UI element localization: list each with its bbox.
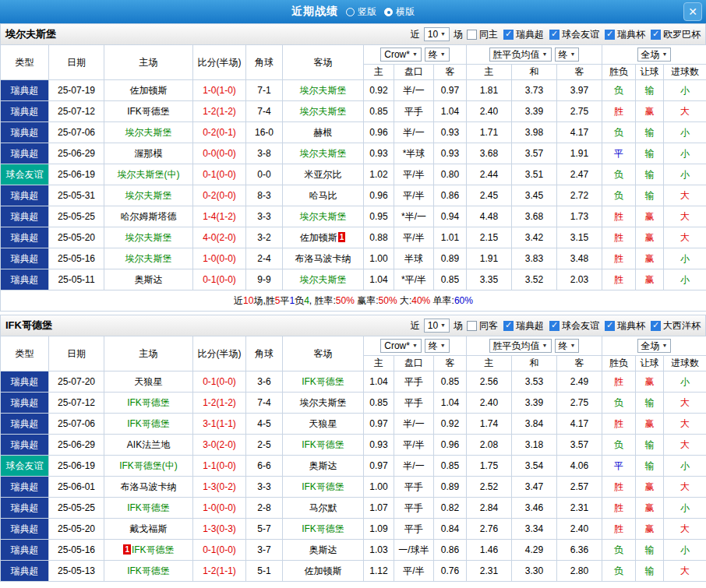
asia-handicap: 平手 <box>394 519 434 540</box>
team-name-text: 戴戈福斯 <box>130 523 168 534</box>
score: 0-1(0-0) <box>193 269 246 290</box>
home-team: 渥那模 <box>104 143 193 164</box>
asia-away-odds: 0.97 <box>434 80 467 101</box>
score: 1-0(0-0) <box>193 248 246 269</box>
games-label: 场 <box>454 28 463 41</box>
home-team: IFK哥德堡(中) <box>104 456 193 477</box>
checkbox-icon <box>605 30 615 40</box>
team-name-text: IFK哥德堡 <box>127 397 170 408</box>
europe-draw-odds: 3.45 <box>512 185 557 206</box>
europe-home-odds: 2.56 <box>467 371 512 393</box>
result-handicap: 输 <box>636 122 664 143</box>
games-label: 场 <box>454 319 463 333</box>
league-type: 瑞典超 <box>1 371 49 393</box>
dropdown-arrow-icon: ▼ <box>570 340 576 351</box>
asia-handicap: *半球 <box>394 143 434 164</box>
europe-home-odds: 2.45 <box>467 185 512 206</box>
match-row: 瑞典超 25-07-12 IFK哥德堡 1-2(1-2) 7-4 埃尔夫斯堡 0… <box>1 393 706 414</box>
away-team: 奥斯达 <box>283 540 364 561</box>
europe-time-select[interactable]: 终 ▼ <box>555 48 580 62</box>
asia-time-select[interactable]: 终 ▼ <box>425 48 450 62</box>
home-team: IFK哥德堡 <box>104 101 193 122</box>
europe-away-odds: 2.75 <box>557 101 602 122</box>
score: 1-4(1-2) <box>193 206 246 227</box>
result-handicap: 赢 <box>636 498 664 519</box>
europe-draw-odds: 3.57 <box>512 143 557 164</box>
result-group-header: 全场 ▼ <box>602 45 706 65</box>
result-outcome: 胜 <box>602 248 636 269</box>
filter-checkbox[interactable]: 欧罗巴杯 <box>651 28 701 41</box>
filter-checkbox[interactable]: 同客 <box>467 319 498 333</box>
result-goals: 小 <box>664 269 706 290</box>
corner-score: 3-2 <box>246 227 283 248</box>
titlebar-center: 近期战绩 竖版 横版 <box>291 5 415 19</box>
filter-checkbox[interactable]: 瑞典超 <box>503 28 544 41</box>
score: 1-1(0-0) <box>193 456 246 477</box>
radio-vertical-icon <box>346 8 355 16</box>
result-outcome: 胜 <box>602 498 636 519</box>
asia-handicap: 平手 <box>394 101 434 122</box>
europe-time-select-value: 终 <box>559 49 568 60</box>
europe-home-odds: 2.08 <box>467 435 512 456</box>
period-select-value: 全场 <box>641 49 660 60</box>
filter-checkbox[interactable]: 球会友谊 <box>549 319 599 333</box>
result-outcome: 胜 <box>602 414 636 435</box>
asia-time-select[interactable]: 终 ▼ <box>425 339 450 353</box>
result-handicap: 输 <box>636 456 664 477</box>
score: 0-0(0-0) <box>193 143 246 164</box>
team-name-text: 佐加顿斯 <box>305 565 342 576</box>
asia-handicap: 平手 <box>394 498 434 519</box>
subcol-asia-handicap: 盘口 <box>394 65 434 80</box>
match-count-select[interactable]: 10 ▼ <box>424 27 450 41</box>
result-goals: 小 <box>664 248 706 269</box>
result-outcome: 胜 <box>602 519 636 540</box>
team-name-text: 埃尔夫斯堡 <box>300 148 347 159</box>
result-goals: 大 <box>664 185 706 206</box>
match-count-select[interactable]: 10 ▼ <box>424 319 450 333</box>
filter-checkbox[interactable]: 瑞典杯 <box>605 319 645 333</box>
layout-radio-horizontal[interactable]: 横版 <box>384 5 415 19</box>
match-row: 瑞典超 25-05-31 埃尔夫斯堡 0-2(0-0) 8-3 哈马比 0.96… <box>1 185 706 206</box>
checkbox-label: 瑞典杯 <box>617 319 645 333</box>
away-team: 佐加顿斯 <box>283 561 364 582</box>
bookmaker-select[interactable]: Crow* ▼ <box>380 48 422 62</box>
europe-away-odds: 1.91 <box>557 143 602 164</box>
asia-home-odds: 1.12 <box>364 561 394 582</box>
filter-checkbox[interactable]: 瑞典超 <box>503 319 544 333</box>
europe-time-select[interactable]: 终 ▼ <box>555 339 580 353</box>
checkbox-label: 瑞典超 <box>516 319 544 333</box>
result-handicap: 赢 <box>636 477 664 498</box>
corner-score: 5-7 <box>246 519 283 540</box>
bookmaker-select[interactable]: Crow* ▼ <box>380 339 422 353</box>
filter-checkbox[interactable]: 同主 <box>467 28 498 41</box>
result-outcome: 胜 <box>602 206 636 227</box>
layout-radio-vertical[interactable]: 竖版 <box>346 5 376 19</box>
period-select[interactable]: 全场 ▼ <box>637 48 672 62</box>
europe-home-odds: 2.44 <box>467 164 512 185</box>
europe-odds-group-header: 胜平负均值 ▼ 终 ▼ <box>467 336 602 356</box>
filter-checkbox[interactable]: 瑞典杯 <box>605 28 645 41</box>
period-select[interactable]: 全场 ▼ <box>637 339 672 353</box>
away-team: IFK哥德堡 <box>283 477 364 498</box>
asia-handicap: 半/一 <box>394 414 434 435</box>
europe-away-odds: 2.49 <box>557 371 602 393</box>
result-goals: 大 <box>664 414 706 435</box>
asia-away-odds: 0.82 <box>434 498 467 519</box>
filter-checkbox[interactable]: 大西洋杯 <box>651 319 701 333</box>
result-outcome: 负 <box>602 435 636 456</box>
europe-odds-select[interactable]: 胜平负均值 ▼ <box>489 48 552 62</box>
europe-draw-odds: 3.39 <box>512 101 557 122</box>
filter-checkbox[interactable]: 球会友谊 <box>549 28 599 41</box>
radio-horizontal-label: 横版 <box>396 5 415 19</box>
match-date: 25-05-16 <box>49 248 104 269</box>
corner-score: 3-7 <box>246 540 283 561</box>
europe-draw-odds: 3.83 <box>512 248 557 269</box>
europe-odds-select[interactable]: 胜平负均值 ▼ <box>489 339 552 353</box>
away-team: 埃尔夫斯堡 <box>283 269 364 290</box>
result-group-header: 全场 ▼ <box>602 336 706 356</box>
result-outcome: 负 <box>602 561 636 582</box>
close-icon[interactable]: ✕ <box>683 2 702 21</box>
team-name-text: IFK哥德堡 <box>132 544 175 555</box>
team-name-text: 马尔默 <box>309 502 337 513</box>
team-name-text: 埃尔夫斯堡 <box>125 190 172 201</box>
